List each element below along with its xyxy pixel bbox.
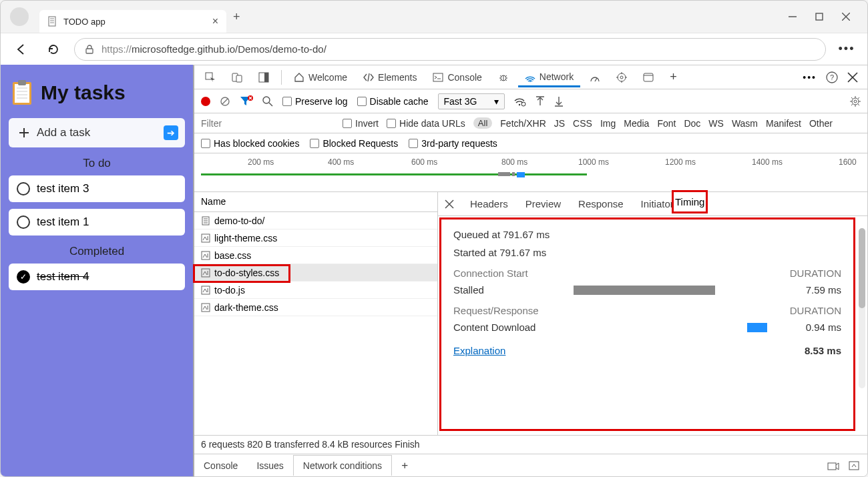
record-button[interactable]	[201, 97, 210, 106]
back-button[interactable]	[10, 38, 33, 61]
unchecked-circle-icon[interactable]	[17, 215, 30, 229]
add-tab-button[interactable]: +	[663, 66, 684, 88]
window-titlebar: TODO app × +	[1, 1, 867, 33]
tab-application[interactable]	[610, 68, 634, 87]
third-party-checkbox[interactable]: 3rd-party requests	[409, 138, 497, 149]
detail-tab-preview[interactable]: Preview	[524, 194, 562, 213]
maximize-icon[interactable]	[815, 13, 823, 21]
drawer-icon-1[interactable]	[827, 461, 839, 470]
close-detail-icon[interactable]	[445, 199, 454, 209]
request-row[interactable]: to-do.js	[194, 282, 437, 299]
explanation-link[interactable]: Explanation	[453, 345, 505, 356]
new-tab-button[interactable]: +	[233, 10, 240, 24]
request-row[interactable]: demo-to-do/	[194, 212, 437, 229]
clear-button[interactable]	[220, 96, 230, 107]
svg-line-31	[505, 75, 507, 77]
download-icon[interactable]	[554, 96, 564, 107]
request-list-header[interactable]: Name	[194, 192, 437, 212]
more-button[interactable]: •••	[835, 38, 858, 61]
invert-checkbox[interactable]: Invert	[343, 118, 379, 129]
svg-rect-83	[849, 462, 859, 470]
blocked-requests-checkbox[interactable]: Blocked Requests	[310, 138, 398, 149]
devtools-panel: Welcome Elements Console Network + ••• ?…	[193, 65, 867, 476]
hide-data-urls-checkbox[interactable]: Hide data URLs	[387, 118, 465, 129]
svg-text:?: ?	[830, 73, 834, 81]
settings-icon[interactable]	[850, 96, 861, 107]
filter-input[interactable]	[201, 118, 335, 129]
request-row[interactable]: base.css	[194, 247, 437, 264]
network-timeline[interactable]: 200 ms 400 ms 600 ms 800 ms 1000 ms 1200…	[194, 153, 867, 192]
inspect-button[interactable]	[198, 68, 222, 87]
request-row[interactable]: dark-theme.css	[194, 299, 437, 316]
close-devtools-icon[interactable]	[847, 72, 858, 83]
checked-circle-icon[interactable]: ✓	[17, 270, 30, 284]
drawer-tabs: Console Issues Network conditions +	[194, 454, 867, 476]
search-icon[interactable]	[262, 96, 273, 107]
preserve-log-checkbox[interactable]: Preserve log	[282, 96, 348, 107]
wifi-settings-icon[interactable]	[514, 96, 526, 107]
add-task-button[interactable]: Add a task ➔	[9, 118, 185, 147]
todo-app: My tasks Add a task ➔ To do test item 3 …	[1, 65, 193, 476]
drawer-console[interactable]: Console	[194, 456, 247, 476]
disable-cache-checkbox[interactable]: Disable cache	[357, 96, 429, 107]
browser-tab[interactable]: TODO app ×	[39, 10, 226, 33]
detail-tab-timing[interactable]: Timing	[672, 190, 708, 213]
minimize-icon[interactable]	[789, 13, 797, 21]
drawer-add[interactable]: +	[392, 454, 417, 477]
tab-console[interactable]: Console	[426, 68, 488, 87]
task-item[interactable]: ✓test item 4	[9, 264, 185, 290]
filter-type[interactable]: CSS	[573, 118, 592, 129]
close-tab-icon[interactable]: ×	[212, 15, 218, 27]
content-download-label: Content Download	[453, 322, 574, 333]
submit-arrow-icon[interactable]: ➔	[164, 125, 178, 140]
svg-rect-24	[433, 73, 443, 81]
detail-tab-headers[interactable]: Headers	[469, 194, 509, 213]
filter-type[interactable]: Media	[624, 118, 649, 129]
filter-icon[interactable]	[240, 95, 253, 107]
scrollbar[interactable]	[859, 228, 865, 388]
filter-type[interactable]: Other	[809, 118, 833, 129]
tab-window[interactable]	[636, 68, 660, 87]
url-field[interactable]: https://microsoftedge.github.io/Demos/de…	[74, 38, 826, 61]
filter-type[interactable]: Manifest	[766, 118, 801, 129]
refresh-button[interactable]	[42, 38, 65, 61]
more-tools-button[interactable]: •••	[803, 72, 817, 83]
tab-performance[interactable]	[583, 68, 607, 87]
stalled-bar	[574, 286, 715, 295]
unchecked-circle-icon[interactable]	[17, 182, 30, 195]
tab-elements[interactable]: Elements	[357, 68, 423, 87]
dock-button[interactable]	[252, 68, 276, 87]
app-title: My tasks	[11, 79, 182, 106]
drawer-issues[interactable]: Issues	[247, 456, 292, 476]
device-toggle-button[interactable]	[225, 68, 249, 87]
filter-type[interactable]: Fetch/XHR	[500, 118, 546, 129]
svg-point-61	[852, 98, 859, 105]
filter-type[interactable]: JS	[554, 118, 565, 129]
task-item[interactable]: test item 1	[9, 209, 185, 235]
profile-avatar[interactable]	[10, 7, 29, 26]
svg-line-69	[851, 104, 853, 105]
throttle-select[interactable]: Fast 3G▾	[438, 93, 505, 109]
close-window-icon[interactable]	[842, 13, 850, 21]
filter-type[interactable]: Img	[600, 118, 616, 129]
filter-type-all[interactable]: All	[473, 117, 492, 129]
filter-type[interactable]: Doc	[684, 118, 700, 129]
tab-bug[interactable]	[491, 68, 515, 87]
svg-rect-10	[15, 84, 29, 103]
tab-welcome[interactable]: Welcome	[287, 68, 354, 87]
detail-tab-initiator[interactable]: Initiator	[640, 194, 675, 213]
request-row[interactable]: light-theme.css	[194, 229, 437, 247]
drawer-network-conditions[interactable]: Network conditions	[293, 455, 392, 476]
upload-icon[interactable]	[535, 96, 545, 107]
task-item[interactable]: test item 3	[9, 175, 185, 202]
tab-network[interactable]: Network	[518, 67, 580, 87]
filter-type[interactable]: Font	[657, 118, 676, 129]
filter-type[interactable]: WS	[708, 118, 724, 129]
svg-line-35	[595, 78, 597, 81]
blocked-cookies-checkbox[interactable]: Has blocked cookies	[201, 138, 299, 149]
filter-type[interactable]: Wasm	[732, 118, 758, 129]
url-text: https://microsoftedge.github.io/Demos/de…	[101, 43, 327, 55]
detail-tab-response[interactable]: Response	[577, 194, 625, 213]
help-icon[interactable]: ?	[826, 71, 838, 83]
drawer-icon-2[interactable]	[849, 461, 859, 470]
